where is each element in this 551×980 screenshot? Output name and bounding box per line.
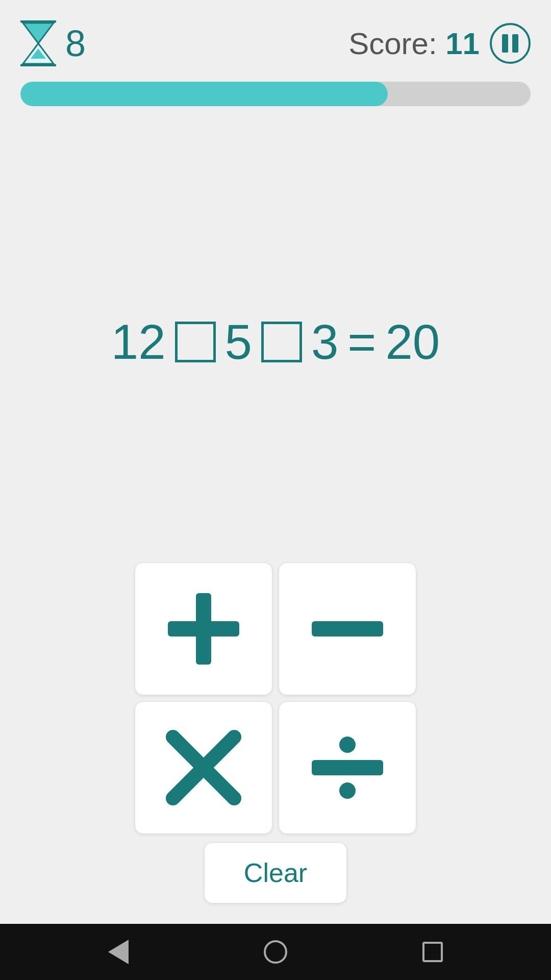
- eq-num-12: 12: [111, 314, 166, 370]
- progress-bar-fill: [20, 82, 388, 106]
- nav-home-button[interactable]: [264, 940, 287, 964]
- header: 8 Score: 11: [20, 15, 531, 77]
- clear-button[interactable]: Clear: [204, 842, 347, 903]
- pause-bar-right: [512, 34, 518, 53]
- plus-button[interactable]: [135, 562, 272, 695]
- nav-recent-button[interactable]: [422, 942, 443, 962]
- minus-button[interactable]: [279, 562, 416, 695]
- svg-marker-0: [23, 23, 54, 43]
- back-icon: [108, 940, 129, 964]
- clear-label: Clear: [244, 857, 307, 888]
- score-section: Score: 11: [348, 23, 531, 64]
- score-value: 11: [445, 27, 480, 61]
- plus-icon: [163, 588, 244, 670]
- recent-icon: [422, 942, 443, 962]
- svg-rect-7: [312, 621, 383, 636]
- svg-point-10: [339, 737, 356, 753]
- divide-button[interactable]: [279, 701, 416, 834]
- eq-box-2: [261, 322, 302, 362]
- eq-num-5: 5: [225, 314, 252, 370]
- nav-bar: [0, 924, 551, 980]
- eq-equals: =: [347, 314, 376, 370]
- main-content: 8 Score: 11 12 5 3 = 20: [0, 0, 551, 924]
- operators-section: Clear: [20, 562, 531, 903]
- operators-grid: [135, 562, 416, 834]
- score-display: Score: 11: [348, 26, 480, 61]
- svg-rect-11: [312, 760, 383, 775]
- eq-result: 20: [385, 314, 440, 370]
- score-label: Score:: [348, 27, 437, 61]
- minus-icon: [307, 588, 388, 670]
- timer-section: 8: [20, 20, 86, 66]
- multiply-button[interactable]: [135, 701, 272, 834]
- eq-box-1: [175, 322, 216, 362]
- svg-point-12: [339, 782, 356, 799]
- pause-icon: [502, 34, 518, 53]
- pause-bar-left: [502, 34, 508, 53]
- progress-bar-container: [20, 82, 531, 106]
- divide-icon: [307, 727, 388, 808]
- pause-button[interactable]: [490, 23, 531, 64]
- svg-rect-6: [168, 621, 239, 636]
- equation-area: 12 5 3 = 20: [20, 121, 531, 562]
- hourglass-icon: [20, 20, 56, 66]
- home-icon: [264, 940, 287, 964]
- nav-back-button[interactable]: [108, 940, 129, 964]
- eq-num-3: 3: [311, 314, 338, 370]
- equation: 12 5 3 = 20: [111, 314, 440, 370]
- timer-count: 8: [65, 22, 86, 64]
- multiply-icon: [163, 727, 244, 808]
